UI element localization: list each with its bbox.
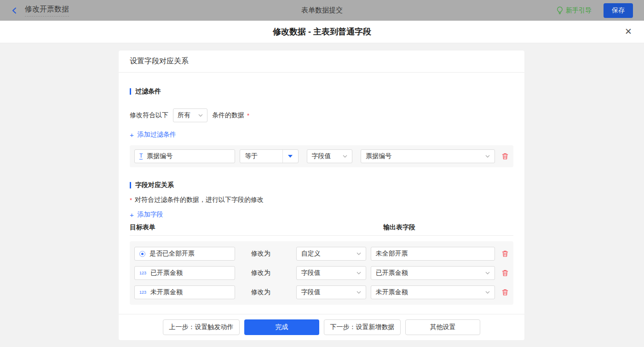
beginner-guide-link[interactable]: 新手引导 (557, 6, 592, 15)
delete-filter-row-button[interactable] (501, 153, 509, 160)
add-field-link[interactable]: + 添加字段 (130, 210, 163, 219)
operator-caret-button[interactable] (282, 150, 298, 163)
match-suffix-label: 条件的数据 (212, 111, 244, 119)
number-icon: 123 (139, 271, 146, 275)
chevron-down-icon (485, 272, 490, 274)
number-icon: 123 (139, 290, 146, 295)
done-button[interactable]: 完成 (244, 319, 319, 335)
triangle-down-icon (288, 155, 293, 158)
chevron-down-icon (343, 155, 347, 158)
value-type-select[interactable]: 字段值 (296, 285, 366, 299)
topbar: 修改开票数据 表单数据提交 新手引导 保存 (0, 0, 644, 21)
filter-section-title: 过滤条件 (130, 87, 513, 96)
close-icon[interactable]: ✕ (625, 27, 632, 36)
back-chevron-icon[interactable] (11, 7, 18, 14)
match-prefix-label: 修改符合以下 (130, 111, 168, 119)
filter-value-select[interactable]: 票据编号 (361, 149, 495, 163)
column-header-target-form: 目标表单 (130, 223, 383, 232)
text-field-icon: T (139, 153, 143, 159)
card-title: 设置字段对应关系 (119, 51, 524, 73)
target-field-input[interactable]: 是否已全部开票 (134, 247, 235, 261)
value-type-select[interactable]: 字段值 (296, 266, 366, 280)
delete-mapping-row-button[interactable] (501, 250, 509, 257)
mapping-row: 123 未开票金额 修改为 字段值 未开票金额 (134, 285, 509, 299)
output-field-select[interactable]: 已开票金额 (371, 266, 495, 280)
required-asterisk: * (247, 112, 249, 119)
plus-icon: + (130, 211, 134, 218)
add-filter-condition-link[interactable]: + 添加过滤条件 (130, 131, 176, 139)
plus-icon: + (130, 131, 134, 138)
target-field-input[interactable]: 123 未开票金额 (134, 285, 235, 299)
trash-icon (501, 289, 509, 296)
modify-to-label: 修改为 (251, 288, 271, 296)
chevron-down-icon (356, 291, 361, 294)
workflow-node-title[interactable]: 修改开票数据 (25, 5, 69, 17)
filter-condition-row: T 票据编号 等于 字段值 票据编号 (130, 145, 513, 167)
chevron-down-icon (356, 252, 361, 255)
trash-icon (501, 269, 509, 277)
delete-mapping-row-button[interactable] (501, 269, 509, 277)
page-title: 表单数据提交 (301, 6, 343, 15)
chevron-down-icon (198, 114, 203, 117)
radio-icon (139, 251, 145, 257)
other-settings-button[interactable]: 其他设置 (405, 319, 480, 335)
filter-match-row: 修改符合以下 所有 条件的数据 * (130, 108, 513, 122)
section-accent-bar (130, 182, 131, 188)
filter-value-type-select[interactable]: 字段值 (307, 149, 353, 163)
column-header-output-field: 输出表字段 (383, 223, 415, 232)
filter-operator-select[interactable]: 等于 (240, 149, 298, 163)
chevron-down-icon (485, 291, 490, 294)
trash-icon (501, 250, 509, 257)
field-mapping-card: 设置字段对应关系 过滤条件 修改符合以下 所有 条件的数据 * + 添加过滤条件 (119, 51, 524, 340)
mapping-rows-band: 是否已全部开票 修改为 自定义 未全部开票 (130, 241, 513, 305)
beginner-guide-label: 新手引导 (566, 6, 592, 15)
filter-field-input[interactable]: T 票据编号 (134, 149, 235, 163)
mapping-description: * 对符合过滤条件的数据，进行以下字段的修改 (130, 196, 513, 204)
required-asterisk: * (130, 197, 132, 204)
match-mode-select[interactable]: 所有 (173, 108, 207, 122)
prev-step-button[interactable]: 上一步：设置触发动作 (163, 319, 240, 335)
delete-mapping-row-button[interactable] (501, 289, 509, 296)
trash-icon (501, 153, 509, 160)
section-accent-bar (130, 88, 131, 95)
mapping-section-title: 字段对应关系 (130, 181, 513, 189)
modify-to-label: 修改为 (251, 250, 271, 258)
output-field-select[interactable]: 未开票金额 (371, 285, 495, 299)
modal-header: 修改数据 - 主表到普通字段 ✕ (0, 21, 644, 43)
modify-to-label: 修改为 (251, 269, 271, 277)
custom-value-input[interactable]: 未全部开票 (371, 247, 495, 261)
mapping-row: 是否已全部开票 修改为 自定义 未全部开票 (134, 247, 509, 261)
card-footer: 上一步：设置触发动作 完成 下一步：设置新增数据 其他设置 (119, 314, 524, 340)
lightbulb-icon (557, 6, 563, 14)
value-type-select[interactable]: 自定义 (296, 247, 366, 261)
mapping-table-header: 目标表单 输出表字段 (130, 223, 513, 236)
next-step-button[interactable]: 下一步：设置新增数据 (324, 319, 401, 335)
modal-title: 修改数据 - 主表到普通字段 (273, 26, 371, 37)
save-button[interactable]: 保存 (604, 3, 633, 18)
chevron-down-icon (485, 155, 490, 158)
target-field-input[interactable]: 123 已开票金额 (134, 266, 235, 280)
mapping-row: 123 已开票金额 修改为 字段值 已开票金额 (134, 266, 509, 280)
modal-body: 设置字段对应关系 过滤条件 修改符合以下 所有 条件的数据 * + 添加过滤条件 (0, 43, 644, 347)
chevron-down-icon (356, 272, 361, 274)
